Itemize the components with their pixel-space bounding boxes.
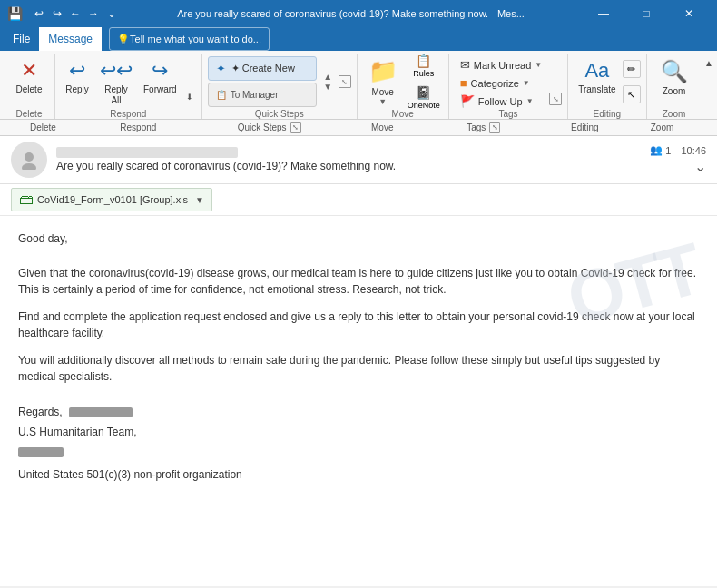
reply-button[interactable]: ↩ Reply [61,56,93,107]
rules-button[interactable]: 📋 Rules [405,52,443,80]
editing-icon1[interactable]: ✏ [623,60,641,78]
reply-icon: ↩ [69,59,85,83]
back-button[interactable]: ← [68,6,83,21]
translate-label: Translate [578,84,615,95]
reply-all-icon: ↩↩ [100,59,133,83]
more-respond-button[interactable]: ⬇ [183,56,196,107]
quicksteps-scroll[interactable]: ▲▼ [319,56,337,107]
attachment-item[interactable]: 🗃 CoVid19_Form_v0101 [Group].xls ▼ [11,188,212,211]
menu-message[interactable]: Message [39,27,102,51]
forward-label: Forward [143,84,177,95]
zoom-icon: 🔍 [661,59,688,84]
lightbulb-icon: 💡 [117,34,130,45]
quickstep-2[interactable]: 📋 To Manager [208,83,317,107]
ribbon-group-move: 📁 Move ▼ 📋 Rules 📓 OneNote Move [358,54,449,119]
redo-button[interactable]: ↪ [50,6,64,21]
email-body: OTT Good day, Given that the coronavirus… [0,216,717,586]
reply-all-button[interactable]: ↩↩ ReplyAll [95,56,137,107]
follow-up-label: Follow Up [478,96,523,107]
respond-group-label: Respond [61,109,196,119]
email-header-right: 👥 1 10:46 ⌄ [650,144,706,175]
quicksteps-launcher[interactable]: ⤡ [339,75,351,88]
ribbon-group-delete: ✕ Delete Delete [4,54,55,119]
forward-icon: ↪ [152,59,168,83]
close-button[interactable]: ✕ [668,0,710,27]
email-org: United States 501(c)(3) non-profit organ… [18,466,699,485]
email-footer: Regards, U.S Humanitarian Team, United S… [18,403,699,485]
reply-all-label: ReplyAll [104,84,128,106]
create-new-icon: ✦ [216,62,226,75]
follow-up-button[interactable]: 🚩 Follow Up ▼ [455,93,548,110]
ribbon-group-quicksteps: ✦ ✦ Create New 📋 To Manager ▲▼ ⤡ Quick S… [202,54,358,119]
tags-group-label: Tags [455,109,563,119]
reply-label: Reply [65,84,89,95]
respond-group-bottom-label: Respond [79,122,198,132]
zoom-group-bottom-label: Zoom [626,122,698,132]
translate-icon: Aa [584,59,609,83]
options-icon[interactable]: ⌄ [104,6,119,21]
email-meta: Are you really scared of coronavirus (co… [56,147,650,172]
onenote-icon: 📓 [416,85,431,100]
sender-avatar [11,142,47,178]
title-bar: 💾 ↩ ↪ ← → ⌄ Are you really scared of cor… [0,0,717,27]
window-title: Are you really scared of coronavirus (co… [128,8,574,19]
delete-group-bottom-label: Delete [7,122,79,132]
categorize-icon: ■ [460,76,467,90]
email-header: Are you really scared of coronavirus (co… [0,136,717,184]
tell-me-text: Tell me what you want to do... [130,34,261,44]
flag-icon: 🚩 [460,94,475,108]
quicksteps-group-label: Quick Steps [208,109,351,119]
categorize-button[interactable]: ■ Categorize ▼ [455,74,548,92]
attachment-bar: 🗃 CoVid19_Form_v0101 [Group].xls ▼ [0,184,717,216]
create-new-button[interactable]: ✦ ✦ Create New [208,56,317,81]
maximize-button[interactable]: □ [625,0,667,27]
email-greeting: Good day, [18,230,699,247]
email-paragraph-1: Given that the coronavirus(covid-19) dis… [18,265,699,298]
editing-group-label: Editing [574,109,640,119]
mark-unread-button[interactable]: ✉ Mark Unread ▼ [455,56,548,74]
undo-button[interactable]: ↩ [32,6,46,21]
svg-point-0 [25,152,34,162]
email-paragraph-3: You will additionally discover all metho… [18,352,699,385]
redacted-line [18,447,64,457]
tags-launcher[interactable]: ⤡ [549,93,562,105]
ribbon-group-respond: ↩ Reply ↩↩ ReplyAll ↪ Forward ⬇ Respond [55,54,202,119]
translate-button[interactable]: Aa Translate [574,56,620,107]
move-button[interactable]: 📁 Move ▼ [363,56,403,107]
zoom-button[interactable]: 🔍 Zoom [653,56,696,107]
delete-icon: ✕ [21,59,37,83]
email-paragraph-2: Find and complete the application reques… [18,309,699,341]
ribbon-group-editing: Aa Translate ✏ ↖ Editing [568,54,646,119]
zoom-label: Zoom [663,86,686,97]
move-group-bottom-label: Move [340,122,424,132]
mark-unread-label: Mark Unread [474,60,532,71]
email-time: 10:46 [681,145,706,156]
tags-group-bottom-label: Tags ⤡ [424,122,543,133]
expand-button[interactable]: ⌄ [694,158,706,175]
create-new-label: ✦ Create New [231,63,295,74]
save-icon[interactable]: 💾 [7,6,23,21]
title-bar-left-controls: 💾 ↩ ↪ ← → ⌄ [7,6,119,21]
sender-name-redacted [56,147,238,158]
menu-file[interactable]: File [4,27,39,51]
ribbon-group-tags: ✉ Mark Unread ▼ ■ Categorize ▼ 🚩 Follow … [449,54,569,119]
email-subject: Are you really scared of coronavirus (co… [56,160,650,172]
categorize-label: Categorize [471,78,519,89]
attachment-dropdown[interactable]: ▼ [195,195,204,205]
forward-button[interactable]: ↪ Forward [139,56,182,107]
onenote-button[interactable]: 📓 OneNote [405,83,443,112]
minimize-button[interactable]: — [583,0,624,27]
move-icon: 📁 [368,57,398,85]
tell-me-input[interactable]: 💡 Tell me what you want to do... [109,27,270,51]
ribbon-collapse-button[interactable]: ▲ [704,58,713,68]
delete-button[interactable]: ✕ Delete [9,56,49,107]
menu-bar: File Message 💡 Tell me what you want to … [0,27,717,51]
attachment-name: CoVid19_Form_v0101 [Group].xls [37,194,188,205]
ribbon-labels-row: Delete Respond Quick Steps ⤡ Move Tags ⤡… [0,120,717,136]
email-team: U.S Humanitarian Team, [18,423,699,443]
editing-cursor[interactable]: ↖ [623,85,641,103]
quicksteps-group-bottom-label: Quick Steps ⤡ [198,122,340,133]
delete-group-label: Delete [9,109,49,119]
forward-button[interactable]: → [86,6,101,21]
move-group-label: Move [363,109,443,119]
